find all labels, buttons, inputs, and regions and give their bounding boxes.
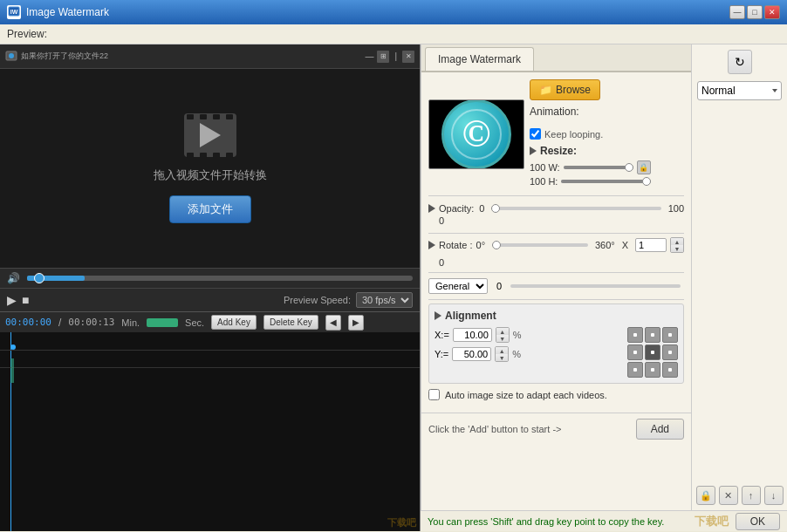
time-separator: /	[58, 317, 61, 329]
min-bar[interactable]	[147, 318, 178, 327]
normal-dropdown[interactable]: Normal	[697, 81, 782, 100]
dropdown-arrow-icon	[772, 89, 777, 92]
preview-label: Preview:	[0, 24, 787, 44]
rotate-down-btn[interactable]: ▼	[671, 245, 683, 252]
play-button[interactable]: ▶	[7, 293, 17, 307]
volume-thumb[interactable]	[34, 273, 44, 283]
align-bl[interactable]	[627, 362, 643, 378]
x-percent: %	[513, 330, 522, 340]
lock-button[interactable]: 🔒	[637, 160, 651, 174]
playback-controls: ▶ ■ Preview Speed: 30 fps/s	[0, 288, 420, 311]
up-action-button[interactable]: ↑	[742, 486, 761, 505]
alignment-grid	[627, 327, 678, 378]
y-input[interactable]: 50.00	[452, 347, 491, 361]
add-hint: Click the 'Add' button to start ->	[428, 424, 561, 434]
y-label: Y:=	[435, 349, 448, 359]
fps-select[interactable]: 30 fps/s	[356, 292, 413, 308]
general-slider[interactable]	[510, 284, 681, 288]
add-file-button[interactable]: 添加文件	[169, 195, 251, 223]
opacity-section: Opacity: 0 100 0	[428, 200, 684, 229]
video-filename: 如果你打开了你的文件22	[21, 51, 365, 62]
rotate-thumb[interactable]	[492, 241, 501, 249]
y-down-btn[interactable]: ▼	[496, 354, 508, 361]
far-right-panel: ↻ Normal 🔒 ✕ ↑ ↓	[691, 44, 787, 510]
refresh-button[interactable]: ↻	[728, 50, 752, 74]
align-tl[interactable]	[627, 327, 643, 343]
film-icon	[184, 113, 236, 157]
toolbar-close-icon[interactable]: ✕	[402, 51, 414, 63]
y-up-btn[interactable]: ▲	[496, 347, 508, 354]
ok-button[interactable]: OK	[736, 513, 780, 530]
alignment-label: Alignment	[435, 310, 678, 322]
x-down-btn[interactable]: ▼	[496, 335, 509, 342]
x-up-btn[interactable]: ▲	[496, 328, 509, 335]
prev-key-button[interactable]: ◀	[325, 315, 341, 331]
x-label: X:=	[435, 330, 449, 340]
align-mc[interactable]	[645, 344, 660, 360]
align-mr[interactable]	[662, 344, 678, 360]
rotate-up-btn[interactable]: ▲	[671, 238, 683, 245]
alignment-inputs: X:= 10.00 ▲ ▼ % Y:=	[435, 327, 620, 365]
rotate-multiplier-input[interactable]: 1	[635, 238, 667, 252]
video-toolbar-icon	[5, 51, 17, 63]
app-icon: IW	[7, 5, 21, 19]
general-value: 0	[496, 281, 502, 291]
animation-row: Animation:	[530, 106, 579, 118]
close-button[interactable]: ✕	[764, 5, 780, 19]
track-segment	[10, 358, 14, 383]
x-input-row: X:= 10.00 ▲ ▼ %	[435, 327, 620, 343]
film-perf	[200, 114, 207, 119]
resize-w-slider[interactable]	[564, 166, 633, 169]
general-select[interactable]: General	[428, 278, 488, 294]
rotate-spinner: ▲ ▼	[670, 237, 684, 253]
lock-action-button[interactable]: 🔒	[696, 486, 715, 505]
down-action-button[interactable]: ↓	[764, 486, 784, 505]
film-icon-inner	[184, 113, 236, 157]
x-input[interactable]: 10.00	[453, 328, 492, 342]
opacity-thumb[interactable]	[491, 204, 500, 213]
auto-size-checkbox[interactable]	[428, 389, 440, 400]
add-key-button[interactable]: Add Key	[211, 315, 257, 330]
resize-h-thumb[interactable]	[642, 177, 651, 186]
resize-w-thumb[interactable]	[625, 163, 633, 172]
align-br[interactable]	[662, 362, 678, 378]
normal-label: Normal	[701, 85, 736, 97]
animation-label: Animation:	[530, 106, 579, 118]
next-key-button[interactable]: ▶	[348, 315, 364, 331]
keep-looping-checkbox[interactable]	[530, 128, 541, 140]
minimize-button[interactable]: —	[729, 5, 745, 19]
add-button[interactable]: Add	[636, 419, 684, 440]
opacity-slider[interactable]	[491, 207, 660, 210]
resize-h-slider[interactable]	[561, 180, 650, 183]
align-ml[interactable]	[627, 344, 643, 360]
resize-arrow	[530, 147, 537, 155]
tab-image-watermark[interactable]: Image Watermark	[425, 47, 534, 71]
browse-button[interactable]: 📁 Browse	[530, 79, 600, 100]
film-perf	[213, 114, 220, 119]
drop-text: 拖入视频文件开始转换	[154, 167, 267, 183]
main-area: 如果你打开了你的文件22 — ⊞ | ✕	[0, 44, 787, 531]
align-bc[interactable]	[645, 362, 660, 378]
volume-bar[interactable]	[27, 276, 413, 281]
toolbar-separator: —	[365, 51, 373, 61]
delete-key-button[interactable]: Delete Key	[263, 315, 318, 330]
rotate-deg: 0°	[476, 240, 486, 250]
opacity-zero: 0	[439, 215, 444, 226]
rotate-slider[interactable]	[492, 243, 588, 247]
stop-button[interactable]: ■	[22, 293, 29, 307]
divider-1	[428, 195, 684, 196]
alignment-arrow	[435, 311, 441, 320]
x-spinner: ▲ ▼	[496, 327, 510, 343]
rotate-zero: 0	[439, 257, 444, 268]
align-tc[interactable]	[645, 327, 660, 343]
toolbar-resize-icon[interactable]: ⊞	[377, 51, 389, 63]
align-tr[interactable]	[662, 327, 678, 343]
maximize-button[interactable]: □	[747, 5, 763, 19]
general-row: General 0	[428, 278, 684, 294]
key-point[interactable]	[10, 344, 16, 350]
delete-action-button[interactable]: ✕	[719, 486, 738, 505]
sec-label: Sec.	[185, 317, 204, 328]
opacity-max: 100	[668, 203, 684, 214]
rotate-x-label: X	[622, 240, 628, 250]
volume-icon[interactable]: 🔊	[7, 272, 20, 284]
